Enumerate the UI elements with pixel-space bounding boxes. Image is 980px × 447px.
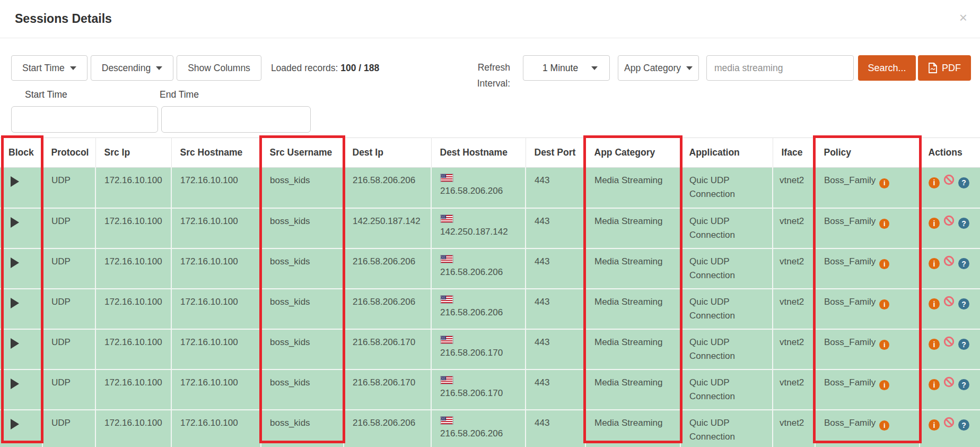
play-block-icon[interactable] — [11, 298, 19, 308]
block-cell — [0, 168, 42, 208]
table-row: UDP 172.16.10.100 172.16.10.100 boss_kid… — [0, 329, 980, 369]
help-icon[interactable]: ? — [958, 298, 969, 310]
dest-ip-cell: 216.58.206.206 — [344, 410, 431, 447]
session-info-icon[interactable]: i — [929, 379, 940, 390]
app-category-cell: Media Streaming — [585, 248, 680, 289]
dest-hostname-cell: 216.58.206.206 — [431, 410, 526, 447]
end-time-input[interactable] — [161, 106, 311, 133]
block-cell — [0, 289, 42, 329]
policy-name: Boss_Family — [824, 337, 876, 347]
us-flag-icon — [440, 214, 453, 223]
dest-hostname-text: 216.58.206.206 — [440, 428, 503, 439]
policy-info-icon[interactable]: i — [879, 299, 889, 310]
src-ip-cell: 172.16.10.100 — [95, 410, 171, 447]
block-session-icon[interactable] — [943, 376, 955, 388]
filter-field-button[interactable]: App Category — [618, 55, 699, 81]
application-cell: Quic UDP Connection — [680, 329, 773, 369]
play-block-icon[interactable] — [11, 257, 19, 268]
play-block-icon[interactable] — [11, 217, 19, 228]
search-input[interactable] — [706, 55, 854, 81]
src-ip-cell: 172.16.10.100 — [95, 208, 171, 248]
start-time-input[interactable] — [11, 106, 158, 133]
dest-hostname-text: 216.58.206.206 — [440, 186, 503, 196]
session-info-icon[interactable]: i — [929, 339, 940, 350]
dest-ip-cell: 216.58.206.206 — [344, 248, 431, 289]
src-ip-cell: 172.16.10.100 — [95, 168, 171, 208]
iface-cell: vtnet2 — [773, 208, 815, 248]
sort-field-button[interactable]: Start Time — [11, 55, 88, 81]
help-icon[interactable]: ? — [958, 339, 969, 350]
session-info-icon[interactable]: i — [929, 177, 940, 188]
session-info-icon[interactable]: i — [929, 419, 940, 431]
src-hostname-cell: 172.16.10.100 — [171, 248, 261, 289]
block-session-icon[interactable] — [943, 174, 955, 185]
dest-port-cell: 443 — [526, 329, 585, 369]
dest-ip-cell: 216.58.206.206 — [344, 289, 431, 329]
show-columns-button[interactable]: Show Columns — [177, 55, 261, 81]
iface-cell: vtnet2 — [773, 289, 815, 329]
block-session-icon[interactable] — [943, 417, 955, 428]
us-flag-icon — [440, 416, 453, 425]
refresh-interval-select[interactable]: 1 Minute — [523, 55, 610, 81]
dest-hostname-cell: 216.58.206.206 — [431, 289, 526, 329]
block-cell — [0, 369, 42, 410]
loaded-records-label: Loaded records: — [271, 63, 338, 73]
search-button[interactable]: Search... — [858, 55, 916, 81]
column-header-app-category: App Category — [585, 138, 680, 168]
src-username-cell: boss_kids — [261, 289, 344, 329]
pdf-button-label: PDF — [942, 63, 961, 74]
play-block-icon[interactable] — [11, 176, 19, 187]
policy-name: Boss_Family — [824, 297, 876, 307]
close-icon[interactable]: × — [959, 11, 967, 24]
sort-order-button[interactable]: Descending — [91, 55, 173, 81]
app-category-cell: Media Streaming — [585, 289, 680, 329]
protocol-cell: UDP — [42, 329, 95, 369]
policy-info-icon[interactable]: i — [879, 340, 889, 350]
session-info-icon[interactable]: i — [929, 298, 940, 310]
block-session-icon[interactable] — [943, 296, 955, 307]
src-username-cell: boss_kids — [261, 168, 344, 208]
help-icon[interactable]: ? — [958, 218, 969, 229]
header-divider — [0, 38, 980, 38]
actions-cell: i? — [920, 248, 980, 289]
policy-info-icon[interactable]: i — [879, 380, 889, 390]
help-icon[interactable]: ? — [958, 419, 969, 431]
play-block-icon[interactable] — [11, 419, 19, 429]
session-info-icon[interactable]: i — [929, 258, 940, 269]
play-block-icon[interactable] — [11, 379, 19, 389]
policy-info-icon[interactable]: i — [879, 420, 889, 431]
application-cell: Quic UDP Connection — [680, 208, 773, 248]
session-info-icon[interactable]: i — [929, 218, 940, 229]
column-header-protocol: Protocol — [42, 138, 95, 168]
refresh-interval-value: 1 Minute — [542, 63, 578, 74]
table-header: Block Protocol Src Ip Src Hostname Src U… — [0, 138, 980, 168]
application-cell: Quic UDP Connection — [680, 410, 773, 447]
dest-hostname-text: 216.58.206.206 — [440, 307, 503, 317]
pdf-button[interactable]: PDF — [918, 55, 971, 81]
table-row: UDP 172.16.10.100 172.16.10.100 boss_kid… — [0, 410, 980, 447]
help-icon[interactable]: ? — [958, 379, 969, 390]
policy-name: Boss_Family — [824, 418, 876, 428]
src-hostname-cell: 172.16.10.100 — [171, 168, 261, 208]
show-columns-label: Show Columns — [188, 63, 250, 74]
end-time-label: End Time — [160, 89, 199, 100]
column-header-actions: Actions — [920, 138, 980, 168]
block-session-icon[interactable] — [943, 336, 955, 347]
page-title: Sessions Details — [15, 12, 112, 26]
policy-cell: Boss_Familyi — [815, 410, 920, 447]
help-icon[interactable]: ? — [958, 177, 969, 188]
help-icon[interactable]: ? — [958, 258, 969, 269]
policy-info-icon[interactable]: i — [879, 219, 889, 229]
column-header-policy: Policy — [815, 138, 920, 168]
block-session-icon[interactable] — [943, 255, 955, 267]
block-session-icon[interactable] — [943, 215, 955, 226]
dest-port-cell: 443 — [526, 208, 585, 248]
policy-info-icon[interactable]: i — [879, 259, 889, 269]
us-flag-icon — [440, 376, 453, 384]
play-block-icon[interactable] — [11, 338, 19, 349]
policy-info-icon[interactable]: i — [879, 178, 889, 188]
actions-cell: i? — [920, 208, 980, 248]
policy-name: Boss_Family — [824, 175, 876, 185]
policy-cell: Boss_Familyi — [815, 329, 920, 369]
iface-cell: vtnet2 — [773, 168, 815, 208]
